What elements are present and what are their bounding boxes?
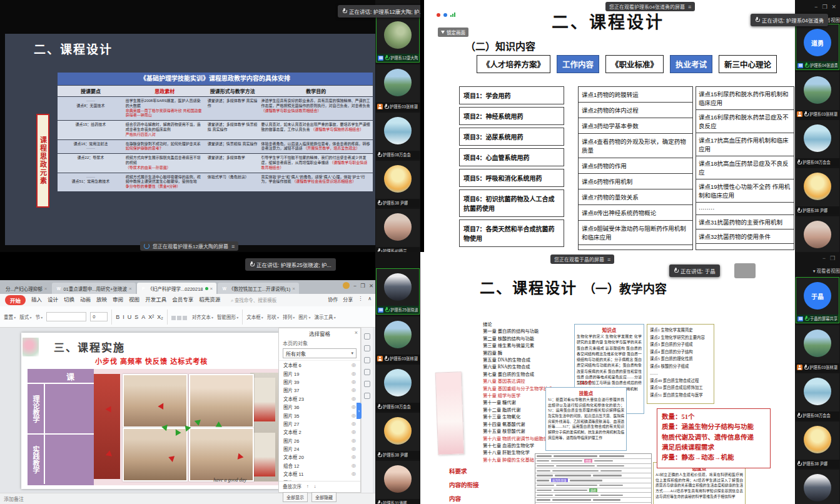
close-icon[interactable]: ✕	[369, 283, 373, 289]
eye-visibility-icon[interactable]	[352, 396, 356, 401]
ribbon-dropdown[interactable]: 对齐文本	[192, 313, 213, 320]
object-list-item[interactable]: 图片 26	[279, 436, 360, 445]
minimize-icon[interactable]: −	[814, 4, 817, 10]
menu-item[interactable]: 开始	[5, 295, 26, 305]
align-icons[interactable]	[171, 311, 188, 323]
share-button[interactable]: 分享	[343, 296, 353, 303]
ribbon-dropdown[interactable]: 演示工具	[315, 313, 336, 320]
ribbon-dropdown[interactable]: 形状	[267, 313, 279, 320]
eye-visibility-icon[interactable]	[352, 362, 356, 368]
format-button[interactable]: S	[134, 314, 138, 320]
document-tab[interactable]: 分...产妇心理抑郁	[2, 283, 51, 294]
object-filter-dropdown[interactable]: 所有对象	[283, 348, 357, 358]
object-list-item[interactable]: 图片 36	[279, 403, 360, 411]
eye-visibility-icon[interactable]	[352, 438, 356, 443]
participant-tile[interactable]: 护理系38 尹娜	[376, 161, 420, 207]
participant-tile[interactable]: 道勇 护理系04张道勇的屏幕共享	[796, 24, 839, 70]
show-all-button[interactable]: 全部显示	[283, 492, 308, 502]
document-tab[interactable]: P 《妇产科护理学...0220218	[137, 283, 217, 294]
watching-banner[interactable]: 您正在观看护理系12康大陶的屏幕	[140, 241, 238, 251]
account-avatar[interactable]	[343, 282, 350, 289]
more-icon[interactable]: ⋮	[358, 296, 363, 303]
participant-tile[interactable]: 护理系08万会会	[796, 373, 839, 420]
eye-visibility-icon[interactable]	[352, 463, 356, 468]
participant-tile[interactable]: 护理系25张晓波	[796, 470, 839, 504]
eye-visibility-icon[interactable]	[352, 413, 356, 418]
object-list-item[interactable]: 文本框 6	[279, 361, 360, 369]
tab-close-icon[interactable]	[44, 286, 48, 291]
minimize-icon[interactable]: −	[822, 255, 826, 261]
eye-visibility-icon[interactable]	[352, 421, 356, 426]
format-button[interactable]: X²	[148, 314, 154, 320]
object-list-item[interactable]: 文本框 11	[279, 470, 360, 478]
ribbon-dropdown[interactable]: 图片	[298, 313, 310, 320]
eye-visibility-icon[interactable]	[352, 480, 356, 481]
ribbon-dropdown[interactable]: 智能图形	[217, 313, 238, 320]
ribbon-dropdown[interactable]: 重置	[4, 313, 16, 320]
side-tool-strip[interactable]	[361, 328, 373, 493]
participant-tile[interactable]: 护理系08万会会	[796, 120, 839, 166]
tab-close-icon[interactable]	[210, 286, 213, 291]
format-button[interactable]: A	[141, 314, 145, 320]
participant-tile[interactable]: 护理系12康大陶的屏幕共享	[376, 16, 420, 63]
tab-close-icon[interactable]	[292, 286, 295, 291]
object-list-item[interactable]: 图片 19	[279, 369, 360, 377]
close-icon[interactable]: ×	[355, 330, 358, 336]
menu-icon[interactable]	[688, 4, 691, 10]
menu-item[interactable]: 插入	[31, 295, 42, 305]
participant-tile[interactable]: 护理系38 尹娜	[796, 421, 839, 468]
menu-item[interactable]: 设计	[48, 295, 58, 305]
participant-tile[interactable]: 护理系38 尹娜	[376, 413, 420, 459]
menu-item[interactable]: 放映	[96, 295, 107, 305]
menu-item[interactable]: 开发工具	[145, 295, 166, 305]
object-list-item[interactable]: 文本框 23	[279, 395, 360, 403]
participant-tile[interactable]: 护理系03张林潮	[796, 72, 839, 118]
participant-tile[interactable]: 护理系03张林潮	[376, 316, 420, 363]
eye-visibility-icon[interactable]	[352, 379, 356, 385]
ribbon-dropdown[interactable]: 版式	[19, 313, 31, 320]
close-icon[interactable]: ✕	[831, 4, 836, 10]
move-up-icon[interactable]: ↑	[306, 483, 309, 489]
menu-item[interactable]: 视图	[129, 295, 139, 305]
move-down-icon[interactable]: ↓	[314, 483, 316, 489]
object-list-item[interactable]: 图片 35	[279, 411, 360, 419]
minimize-icon[interactable]: −	[353, 283, 357, 289]
object-list-item[interactable]: 图片 27	[279, 420, 360, 428]
format-button[interactable]: I	[123, 314, 124, 320]
ribbon-dropdown[interactable]: 排列	[283, 313, 295, 320]
eye-visibility-icon[interactable]	[352, 404, 356, 410]
eye-visibility-icon[interactable]	[352, 471, 356, 476]
participant-tile[interactable]: 护理系31潘娜	[376, 461, 420, 504]
participant-tile[interactable]: 护理系40杨兰	[376, 209, 420, 252]
eye-visibility-icon[interactable]	[352, 446, 356, 451]
object-list-item[interactable]: 图片 39	[279, 378, 360, 386]
font-size-box[interactable]: 0	[90, 312, 108, 321]
window-controls[interactable]: − ❒	[822, 255, 835, 261]
collapse-ribbon-icon[interactable]: ∧	[368, 296, 372, 303]
object-list-item[interactable]: 文本框 2	[279, 428, 360, 436]
restore-icon[interactable]: ❒	[360, 283, 365, 289]
menu-item[interactable]: 动画	[80, 295, 91, 305]
object-list-item[interactable]: 文本框 20	[279, 453, 360, 461]
hide-all-button[interactable]: 全部隐藏	[311, 492, 337, 502]
ribbon-dropdown[interactable]: 节	[35, 313, 43, 320]
participant-tile[interactable]: 护理系25张晓波的屏幕共享	[376, 268, 420, 315]
participant-tile[interactable]: 护理系40杨兰	[796, 216, 839, 252]
eye-visibility-icon[interactable]	[352, 371, 356, 376]
object-list-item[interactable]: 图片 37	[279, 386, 360, 394]
format-button[interactable]: B	[116, 314, 119, 320]
menu-item[interactable]: 审阅	[113, 295, 123, 305]
watching-banner[interactable]: 您正在观看护理系04张道勇的屏幕	[605, 2, 695, 11]
format-button[interactable]: X₂	[157, 314, 163, 320]
search-commands[interactable]: 查找命令、搜索模板	[231, 296, 276, 304]
format-button[interactable]: U	[128, 314, 132, 320]
font-name-box[interactable]	[46, 312, 86, 321]
ribbon-dropdown[interactable]: 文本框	[246, 313, 263, 320]
pin-view-button[interactable]: 锁定画面	[438, 28, 468, 37]
participant-tile[interactable]: 护理系08万会会	[376, 365, 420, 411]
participant-tile[interactable]: 护理系08万会会	[376, 113, 420, 159]
menu-item[interactable]: 稻壳资源	[199, 295, 220, 305]
document-tab[interactable]: W 《数控铣加工工...开课说明(1)	[218, 283, 299, 294]
edited-slide-course-implementation[interactable]: 三、课程实施 小步伐 高频率 快反馈 达标式考核 课 理论教学 任务（学习手册备…	[21, 333, 284, 489]
restore-icon[interactable]: ❒	[830, 255, 835, 261]
